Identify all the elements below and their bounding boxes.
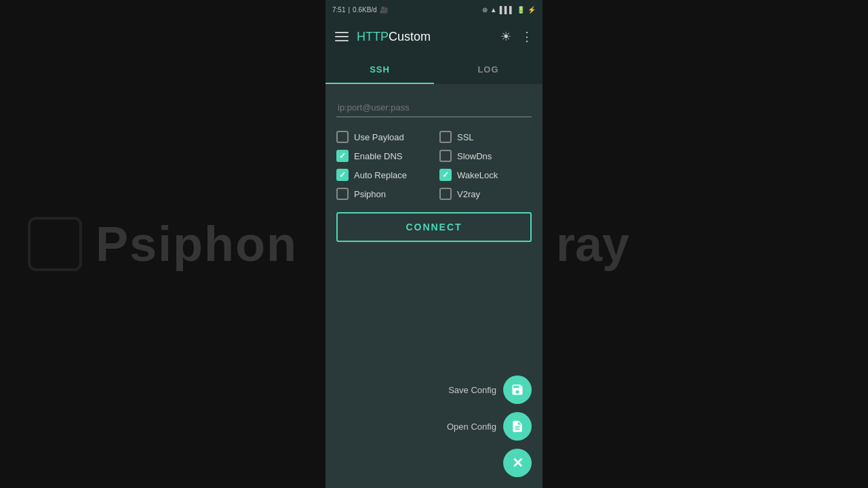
app-header: HTTP Custom ☀ ⋮: [326, 19, 542, 54]
main-content: Use Payload SSL Enable DNS SlowDns Auto …: [326, 85, 542, 488]
status-bar: 7:51 | 0.6KB/d 🎥 ⊛ ▲ ▌▌▌ 🔋 ⚡: [326, 0, 542, 19]
enable-dns-checkbox[interactable]: [336, 150, 349, 162]
fab-area: Save Config Open Config ✕: [447, 375, 532, 477]
theme-button[interactable]: ☀: [500, 29, 511, 44]
slow-dns-label: SlowDns: [457, 151, 492, 161]
psiphon-label: Psiphon: [354, 189, 386, 199]
save-config-label: Save Config: [448, 385, 496, 395]
save-config-button[interactable]: [503, 375, 532, 404]
enable-dns-label: Enable DNS: [354, 151, 403, 161]
checkbox-use-payload[interactable]: Use Payload: [336, 131, 429, 143]
bg-psiphon-icon: [28, 217, 82, 271]
checkbox-psiphon[interactable]: Psiphon: [336, 188, 429, 200]
open-icon: [511, 420, 524, 433]
phone-frame: 7:51 | 0.6KB/d 🎥 ⊛ ▲ ▌▌▌ 🔋 ⚡ HTTP Custom…: [326, 0, 542, 488]
wakelock-label: WakeLock: [457, 170, 498, 180]
status-left: 7:51 | 0.6KB/d 🎥: [332, 6, 388, 14]
use-payload-label: Use Payload: [354, 132, 404, 142]
close-icon: ✕: [512, 455, 524, 471]
status-time: 7:51: [332, 6, 345, 14]
more-button[interactable]: ⋮: [521, 29, 533, 44]
signal-icon: ▌▌▌: [500, 6, 514, 14]
tab-log[interactable]: LOG: [434, 54, 542, 84]
status-data-speed: 0.6KB/d: [353, 6, 377, 14]
bg-ray-text: ray: [556, 216, 629, 272]
open-config-item: Open Config: [447, 412, 532, 441]
slow-dns-checkbox[interactable]: [439, 150, 452, 162]
background-left: Psiphon: [0, 0, 326, 488]
save-config-item: Save Config: [448, 375, 532, 404]
checkboxes-grid: Use Payload SSL Enable DNS SlowDns Auto …: [336, 131, 532, 200]
auto-replace-checkbox[interactable]: [336, 169, 349, 181]
checkbox-wakelock[interactable]: WakeLock: [439, 169, 532, 181]
tab-ssh[interactable]: SSH: [326, 54, 434, 84]
status-right: ⊛ ▲ ▌▌▌ 🔋 ⚡: [482, 6, 536, 14]
checkbox-enable-dns[interactable]: Enable DNS: [336, 150, 429, 162]
checkbox-auto-replace[interactable]: Auto Replace: [336, 169, 429, 181]
ssl-label: SSL: [457, 132, 474, 142]
v2ray-label: V2ray: [457, 189, 480, 199]
header-icons: ☀ ⋮: [500, 29, 533, 44]
charge-icon: ⚡: [528, 6, 536, 14]
checkbox-ssl[interactable]: SSL: [439, 131, 532, 143]
close-fab-button[interactable]: ✕: [503, 449, 532, 477]
bluetooth-icon: ⊛: [482, 6, 488, 14]
input-group: [336, 98, 532, 117]
checkbox-v2ray[interactable]: V2ray: [439, 188, 532, 200]
tabs-container: SSH LOG: [326, 54, 542, 85]
title-custom: Custom: [389, 30, 431, 44]
title-http: HTTP: [357, 30, 389, 44]
open-config-button[interactable]: [503, 412, 532, 441]
psiphon-checkbox[interactable]: [336, 188, 349, 200]
auto-replace-label: Auto Replace: [354, 170, 407, 180]
wakelock-checkbox[interactable]: [439, 169, 452, 181]
bg-psiphon-text: Psiphon: [96, 216, 298, 272]
status-video-icon: 🎥: [380, 6, 388, 14]
connect-button[interactable]: CONNECT: [336, 212, 532, 242]
open-config-label: Open Config: [447, 422, 496, 432]
status-separator: |: [348, 6, 350, 14]
server-input[interactable]: [336, 98, 532, 117]
battery-icon: 🔋: [517, 6, 525, 14]
checkbox-slow-dns[interactable]: SlowDns: [439, 150, 532, 162]
v2ray-checkbox[interactable]: [439, 188, 452, 200]
use-payload-checkbox[interactable]: [336, 131, 349, 143]
background-right: ray: [536, 0, 868, 488]
app-title: HTTP Custom: [357, 30, 492, 44]
ssl-checkbox[interactable]: [439, 131, 452, 143]
wifi-icon: ▲: [490, 6, 497, 14]
save-icon: [511, 383, 524, 396]
close-fab-item: ✕: [503, 449, 532, 477]
menu-button[interactable]: [335, 32, 349, 41]
